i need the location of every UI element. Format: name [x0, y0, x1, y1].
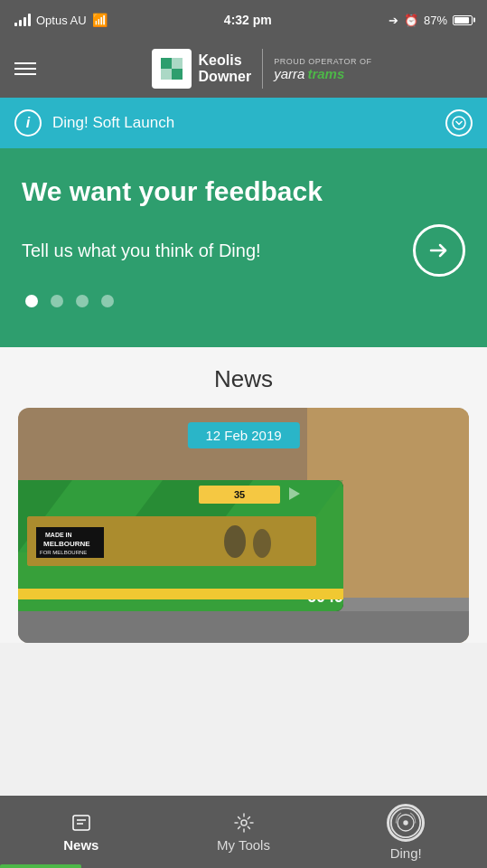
hero-arrow-button[interactable]	[413, 224, 465, 277]
nav-item-ding[interactable]: Ding!	[324, 796, 487, 868]
hero-title: We want your feedback	[22, 175, 465, 208]
location-icon: ➔	[389, 14, 398, 27]
svg-rect-26	[18, 611, 469, 643]
hero-body-row: Tell us what you think of Ding!	[22, 224, 465, 277]
status-left: Optus AU 📶	[14, 13, 108, 27]
news-section: News	[0, 347, 487, 643]
battery-percent: 87%	[424, 14, 447, 27]
slider-dot-3[interactable]	[76, 295, 89, 307]
svg-rect-30	[73, 816, 89, 830]
nav-label-ding: Ding!	[390, 845, 422, 861]
nav-label-news: News	[63, 837, 98, 853]
header-logo: Keolis Downer PROUD OPERATOR OF yarra tr…	[51, 49, 473, 89]
info-banner-left: i Ding! Soft Launch	[14, 109, 174, 137]
svg-text:FOR MELBOURNE: FOR MELBOURNE	[40, 550, 87, 555]
mytools-nav-icon	[233, 812, 255, 834]
svg-marker-2	[172, 69, 183, 80]
info-banner[interactable]: i Ding! Soft Launch	[0, 98, 487, 148]
svg-marker-3	[161, 69, 172, 80]
yarra-trams-section: PROUD OPERATOR OF yarra trams	[274, 57, 371, 81]
nav-item-news[interactable]: News	[0, 796, 163, 868]
info-banner-text: Ding! Soft Launch	[52, 114, 174, 132]
carrier-label: Optus AU	[36, 14, 87, 27]
slider-dot-1[interactable]	[25, 295, 38, 307]
hero-subtitle: Tell us what you think of Ding!	[22, 241, 413, 261]
ding-icon	[387, 804, 425, 842]
news-article-date: 12 Feb 2019	[187, 422, 299, 448]
chevron-down-icon[interactable]	[445, 109, 473, 137]
status-right: ➔ ⏰ 87%	[389, 14, 473, 27]
svg-point-5	[453, 117, 465, 129]
trams-word: trams	[307, 66, 344, 81]
slider-dot-4[interactable]	[101, 295, 114, 307]
downer-name: Downer	[199, 69, 252, 85]
svg-text:35: 35	[234, 489, 245, 500]
header-divider	[262, 49, 263, 89]
status-bar: Optus AU 📶 4:32 pm ➔ ⏰ 87%	[0, 0, 487, 40]
keolis-text: Keolis Downer	[199, 52, 252, 85]
keolis-icon	[152, 49, 192, 89]
battery-icon	[453, 15, 473, 25]
signal-icon	[14, 14, 31, 26]
status-time: 4:32 pm	[224, 13, 272, 27]
yarra-trams-logo: yarra trams	[274, 66, 344, 81]
alarm-icon: ⏰	[404, 14, 418, 27]
svg-text:MADE IN: MADE IN	[45, 532, 72, 538]
news-section-title: News	[0, 365, 487, 393]
svg-rect-27	[18, 589, 343, 599]
app-header: Keolis Downer PROUD OPERATOR OF yarra tr…	[0, 40, 487, 98]
svg-marker-1	[161, 58, 172, 69]
svg-marker-4	[172, 58, 183, 69]
news-article-card[interactable]: MADE IN MELBOURNE FOR MELBOURNE 35 6049	[18, 408, 469, 643]
nav-active-indicator	[0, 864, 81, 868]
nav-label-mytools: My Tools	[217, 837, 270, 853]
wifi-icon: 📶	[92, 13, 108, 27]
svg-point-28	[224, 525, 246, 558]
svg-point-33	[241, 820, 247, 826]
svg-point-29	[253, 529, 271, 558]
slider-dot-2[interactable]	[51, 295, 63, 307]
nav-item-mytools[interactable]: My Tools	[163, 796, 325, 868]
scroll-area: We want your feedback Tell us what you t…	[0, 148, 487, 796]
menu-button[interactable]	[14, 62, 36, 75]
keolis-name: Keolis	[199, 52, 252, 69]
news-nav-icon	[70, 812, 92, 834]
yarra-word: yarra	[274, 66, 304, 81]
info-icon: i	[14, 109, 42, 137]
svg-text:MELBOURNE: MELBOURNE	[43, 540, 90, 548]
svg-point-36	[403, 820, 407, 825]
bottom-nav: News My Tools Ding!	[0, 796, 487, 868]
ding-button-icon	[389, 805, 422, 841]
proud-operator-text: PROUD OPERATOR OF	[274, 57, 371, 66]
hero-slider: We want your feedback Tell us what you t…	[0, 148, 487, 347]
keolis-logo: Keolis Downer	[152, 49, 252, 89]
slider-dots	[22, 295, 465, 307]
